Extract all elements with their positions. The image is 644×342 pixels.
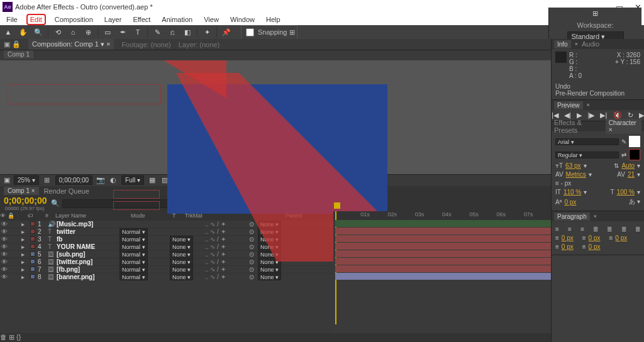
align-center-icon[interactable]: ≡	[568, 226, 572, 233]
trkmat-dropdown[interactable]: None ▾	[170, 251, 193, 258]
trkmat-dropdown[interactable]: None ▾	[170, 243, 193, 250]
visibility-toggle[interactable]: 👁	[0, 251, 8, 258]
justify-all-icon[interactable]: ≣	[635, 226, 640, 233]
roi-icon[interactable]: ▦	[148, 176, 157, 185]
menu-composition[interactable]: Composition	[52, 15, 96, 24]
font-weight-dropdown[interactable]: Regular ▾	[555, 152, 619, 158]
layer-bar[interactable]	[335, 258, 551, 265]
v-scale[interactable]: 100 %	[617, 189, 635, 196]
font-size[interactable]: 63 px	[565, 162, 580, 169]
mode-dropdown[interactable]: Normal ▾	[119, 258, 148, 265]
tab-effects-presets[interactable]: Effects & Presets	[554, 119, 602, 134]
mode-dropdown[interactable]: Normal ▾	[119, 273, 148, 280]
layer-bar[interactable]	[335, 250, 551, 257]
mode-dropdown[interactable]: Normal ▾	[119, 236, 148, 243]
tab-footage[interactable]: Footage: (none)	[121, 41, 170, 48]
tab-audio[interactable]: Audio	[582, 40, 599, 48]
mode-dropdown[interactable]: Normal ▾	[119, 266, 148, 273]
visibility-toggle[interactable]: 👁	[0, 228, 8, 235]
menu-edit[interactable]: Edit	[26, 14, 46, 25]
layer-bar[interactable]	[335, 243, 551, 250]
stroke-swatch[interactable]	[629, 149, 640, 160]
visibility-toggle[interactable]: 👁	[0, 273, 8, 280]
swap-icon[interactable]: ⇄	[621, 152, 626, 158]
tab-comp-timeline[interactable]: Comp 1 ×	[4, 187, 39, 195]
visibility-toggle[interactable]: 👁	[0, 243, 8, 250]
res-icon[interactable]: ⊞	[43, 176, 52, 185]
camera-tool-icon[interactable]: ⌂	[67, 26, 79, 38]
kerning[interactable]: Metrics	[566, 171, 586, 178]
layer-row[interactable]: 👁▸7🖼[fb.png]Normal ▾None ▾.. ∿ / ✦⊙None …	[0, 265, 333, 273]
justify-center-icon[interactable]: ≣	[607, 226, 612, 233]
snapshot-icon[interactable]: 📷	[96, 176, 105, 185]
tracking[interactable]: 21	[628, 171, 635, 178]
visibility-toggle[interactable]: 👁	[0, 266, 8, 273]
composition-viewport[interactable]	[0, 60, 551, 175]
leading[interactable]: Auto	[621, 162, 635, 169]
roto-tool-icon[interactable]: ✦	[201, 26, 213, 38]
eraser-tool-icon[interactable]: ◧	[182, 26, 193, 38]
text-tool-icon[interactable]: T	[132, 26, 143, 38]
align-right-icon[interactable]: ≡	[580, 226, 584, 233]
menu-animation[interactable]: Animation	[159, 15, 195, 24]
grid-icon[interactable]: ⊞	[590, 8, 601, 19]
visibility-toggle[interactable]: 👁	[0, 258, 8, 265]
channel-icon[interactable]: ◐	[109, 176, 118, 185]
trkmat-dropdown[interactable]: None ▾	[170, 258, 193, 265]
font-family-dropdown[interactable]: Arial ▾	[555, 138, 619, 145]
zoom-tool-icon[interactable]: 🔍	[33, 26, 44, 38]
rotate-tool-icon[interactable]: ⟲	[52, 26, 64, 38]
menu-help[interactable]: Help	[264, 15, 283, 24]
brush-tool-icon[interactable]: ✎	[152, 26, 163, 38]
menu-view[interactable]: View	[201, 15, 221, 24]
clone-tool-icon[interactable]: ⎌	[167, 26, 178, 38]
menu-layer[interactable]: Layer	[102, 15, 125, 24]
h-scale[interactable]: 110 %	[564, 189, 581, 196]
visibility-toggle[interactable]: 👁	[0, 236, 8, 243]
tab-character[interactable]: Character ×	[606, 119, 641, 134]
snapping-toggle[interactable]: Snapping⊞	[241, 25, 297, 40]
align-left-icon[interactable]: ≡	[555, 226, 559, 233]
justify-left-icon[interactable]: ≣	[593, 226, 598, 233]
layer-bar[interactable]	[335, 273, 551, 280]
parent-dropdown[interactable]: None ▾	[258, 273, 281, 280]
pin-tool-icon[interactable]: 📌	[221, 26, 232, 38]
layer-bar[interactable]	[335, 228, 551, 234]
timeline-track-area[interactable]: 01s02s03s04s05s06s07s	[333, 220, 551, 334]
tab-info[interactable]: Info	[554, 40, 571, 48]
resolution-dropdown[interactable]: Full ▾	[121, 175, 144, 185]
flowchart-comp[interactable]: Comp 1	[4, 50, 33, 58]
tab-render-queue[interactable]: Render Queue	[44, 187, 89, 195]
hand-tool-icon[interactable]: ✋	[18, 26, 29, 38]
layer-bar[interactable]	[335, 220, 551, 227]
tab-composition[interactable]: Composition: Comp 1 ▾ ×	[28, 39, 114, 50]
baseline[interactable]: 0 px	[564, 199, 576, 206]
rect-tool-icon[interactable]: ▭	[102, 26, 113, 38]
mode-dropdown[interactable]: Normal ▾	[119, 251, 148, 258]
trkmat-dropdown[interactable]: None ▾	[170, 236, 193, 243]
layer-bar[interactable]	[335, 265, 551, 272]
eyedropper-icon[interactable]: ✎	[621, 138, 626, 145]
parent-dropdown[interactable]: None ▾	[258, 266, 281, 273]
trkmat-dropdown[interactable]: None ▾	[170, 273, 193, 280]
mode-dropdown[interactable]: Normal ▾	[119, 243, 148, 250]
zoom-dropdown[interactable]: 25% ▾	[14, 175, 39, 185]
pan-behind-tool-icon[interactable]: ⊕	[82, 26, 94, 38]
fill-swatch[interactable]	[629, 136, 640, 147]
mode-dropdown[interactable]: Normal ▾	[119, 228, 148, 235]
tab-preview[interactable]: Preview	[554, 101, 583, 109]
trkmat-dropdown[interactable]: None ▾	[170, 266, 193, 273]
layer-bar[interactable]	[335, 235, 551, 242]
justify-right-icon[interactable]: ≣	[621, 226, 626, 233]
menu-file[interactable]: File	[4, 15, 20, 24]
timecode-display[interactable]: 0;00;00;00	[55, 175, 92, 185]
current-timecode[interactable]: 0;00;00;00	[4, 196, 47, 206]
menu-effect[interactable]: Effect	[130, 15, 153, 24]
pen-tool-icon[interactable]: ✒	[117, 26, 128, 38]
menu-window[interactable]: Window	[228, 15, 257, 24]
layer-row[interactable]: 👁▸8🖼[banner.png]Normal ▾None ▾.. ∿ / ✦⊙N…	[0, 273, 333, 280]
visibility-toggle[interactable]: 👁	[0, 221, 8, 228]
tab-paragraph[interactable]: Paragraph	[554, 212, 590, 221]
tab-layer[interactable]: Layer: (none)	[179, 41, 219, 48]
selection-tool-icon[interactable]: ▲	[3, 26, 14, 38]
